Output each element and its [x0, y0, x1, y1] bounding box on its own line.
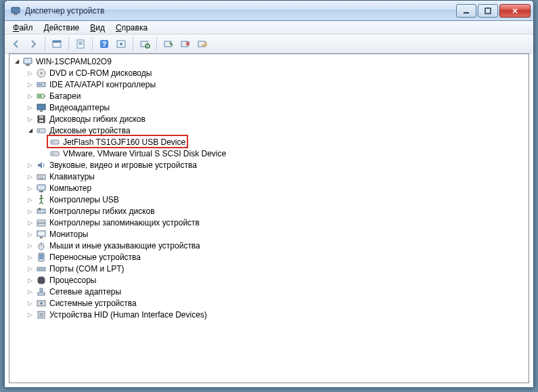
svg-point-54	[43, 268, 44, 269]
battery-icon	[36, 91, 47, 102]
device-category[interactable]: ▷Контроллеры USB	[9, 194, 529, 205]
toolbar-separator	[68, 37, 69, 51]
device-category[interactable]: ▷Переносные устройства	[9, 251, 529, 263]
tb-uninstall-button[interactable]	[178, 37, 193, 51]
window-title: Диспетчер устройств	[25, 6, 455, 16]
tb-showhide-button[interactable]	[49, 37, 64, 51]
expand-icon[interactable]: ▷	[26, 264, 35, 273]
close-button[interactable]	[499, 4, 531, 18]
expand-icon[interactable]: ▷	[26, 114, 35, 123]
expand-icon[interactable]: ▷	[26, 68, 35, 77]
svg-rect-2	[464, 12, 469, 14]
toolbar-separator	[45, 37, 45, 51]
device-category[interactable]: ▷Сетевые адаптеры	[9, 286, 529, 297]
svg-rect-35	[51, 152, 59, 156]
expand-icon[interactable]: ▷	[26, 218, 35, 227]
node-label: Контроллеры гибких дисков	[49, 206, 155, 216]
minimize-button[interactable]	[456, 4, 476, 18]
svg-rect-6	[77, 40, 84, 48]
device-category[interactable]: ▷Батареи	[9, 90, 529, 102]
expand-icon[interactable]: ▷	[26, 103, 35, 112]
expand-icon[interactable]: ▷	[26, 206, 35, 215]
device-item[interactable]: VMware, VMware Virtual S SCSI Disk Devic…	[9, 148, 529, 159]
tb-scan-button[interactable]	[137, 37, 152, 51]
device-category[interactable]: ▷Контроллеры запоминающих устройств	[9, 217, 529, 228]
mouse-icon	[36, 240, 47, 251]
expand-icon[interactable]: ▷	[26, 80, 35, 89]
expand-icon[interactable]: ▷	[26, 195, 35, 204]
svg-rect-5	[53, 41, 61, 43]
portable-icon	[36, 252, 47, 263]
node-label: Звуковые, видео и игровые устройства	[49, 160, 197, 170]
device-category[interactable]: ▷Видеоадаптеры	[9, 102, 529, 113]
device-category[interactable]: ▷Компьютер	[9, 182, 529, 194]
expand-icon[interactable]: ▷	[26, 287, 35, 296]
device-category[interactable]: ▷Системные устройства	[9, 297, 529, 309]
menu-action[interactable]: Действие	[39, 22, 85, 33]
expand-icon[interactable]: ▷	[26, 230, 35, 238]
device-category[interactable]: ▷Клавиатуры	[9, 171, 529, 182]
device-category[interactable]: ▷Мыши и иные указывающие устройства	[9, 240, 529, 251]
device-category[interactable]: ▷Дисководы гибких дисков	[9, 113, 529, 125]
collapse-icon[interactable]: ◢	[26, 126, 35, 135]
expand-icon[interactable]: ▷	[26, 241, 35, 250]
tree-root-node[interactable]: ◢WIN-1SCPAML02O9	[9, 56, 529, 67]
computer-icon	[36, 183, 47, 194]
menu-help[interactable]: Справка	[110, 22, 153, 33]
svg-rect-57	[40, 288, 43, 291]
expand-icon[interactable]: ▷	[26, 299, 35, 307]
svg-rect-33	[51, 140, 59, 144]
expand-icon[interactable]: ▷	[26, 183, 35, 192]
svg-point-36	[52, 153, 53, 154]
tree-view[interactable]: ◢WIN-1SCPAML02O9▷DVD и CD-ROM дисководы▷…	[9, 53, 529, 383]
device-category[interactable]: ▷Контроллеры гибких дисков	[9, 205, 529, 217]
maximize-button[interactable]	[478, 4, 498, 18]
menu-file[interactable]: Файл	[7, 22, 39, 33]
node-label: Системные устройства	[49, 299, 137, 308]
svg-rect-44	[37, 223, 45, 226]
node-label: Устройства HID (Human Interface Devices)	[49, 310, 207, 320]
expand-icon[interactable]: ▷	[26, 310, 35, 319]
storage-icon	[36, 217, 47, 228]
node-label: Сетевые адаптеры	[49, 287, 121, 297]
node-label: Мониторы	[49, 230, 88, 239]
tb-forward-button[interactable]	[26, 37, 41, 51]
hid-icon	[36, 309, 47, 320]
titlebar[interactable]: Диспетчер устройств	[5, 1, 533, 21]
device-category[interactable]: ▷DVD и CD-ROM дисководы	[9, 67, 529, 79]
device-manager-window: Диспетчер устройств Файл Действие Вид Сп…	[4, 0, 534, 388]
device-item[interactable]: JetFlash TS1GJF160 USB Device	[9, 136, 529, 148]
device-category[interactable]: ◢Дисковые устройства	[9, 125, 529, 136]
expand-icon[interactable]: ▷	[26, 160, 35, 169]
svg-point-53	[41, 268, 42, 269]
device-category[interactable]: ▷Мониторы	[9, 228, 529, 240]
device-category[interactable]: ▷Порты (COM и LPT)	[9, 263, 529, 274]
expand-icon[interactable]: ▷	[26, 91, 35, 100]
device-category[interactable]: ▷Процессоры	[9, 274, 529, 286]
svg-point-52	[39, 268, 40, 269]
app-icon	[10, 5, 21, 16]
device-category[interactable]: ▷IDE ATA/ATAPI контроллеры	[9, 79, 529, 90]
collapse-icon[interactable]: ◢	[12, 57, 21, 66]
node-label: Контроллеры запоминающих устройств	[49, 218, 200, 227]
node-label: JetFlash TS1GJF160 USB Device	[63, 137, 185, 147]
svg-rect-24	[44, 95, 45, 97]
tb-refresh-button[interactable]	[114, 37, 129, 51]
tb-properties-button[interactable]	[73, 37, 88, 51]
tb-enable-button[interactable]	[161, 37, 176, 51]
svg-rect-31	[37, 129, 45, 133]
node-label: VMware, VMware Virtual S SCSI Disk Devic…	[63, 149, 226, 158]
node-label: Дисковые устройства	[49, 126, 131, 135]
expand-icon[interactable]: ▷	[26, 172, 35, 181]
svg-rect-16	[24, 58, 32, 64]
expand-icon[interactable]: ▷	[26, 276, 35, 284]
device-category[interactable]: ▷Звуковые, видео и игровые устройства	[9, 159, 529, 171]
tb-update-button[interactable]	[195, 37, 210, 51]
svg-rect-1	[14, 14, 18, 15]
tb-back-button[interactable]	[9, 37, 24, 51]
device-category[interactable]: ▷Устройства HID (Human Interface Devices…	[9, 309, 529, 320]
tb-help-button[interactable]: ?	[97, 37, 112, 51]
toolbar: ?	[5, 35, 533, 53]
menu-view[interactable]: Вид	[85, 22, 110, 33]
expand-icon[interactable]: ▷	[26, 253, 35, 261]
